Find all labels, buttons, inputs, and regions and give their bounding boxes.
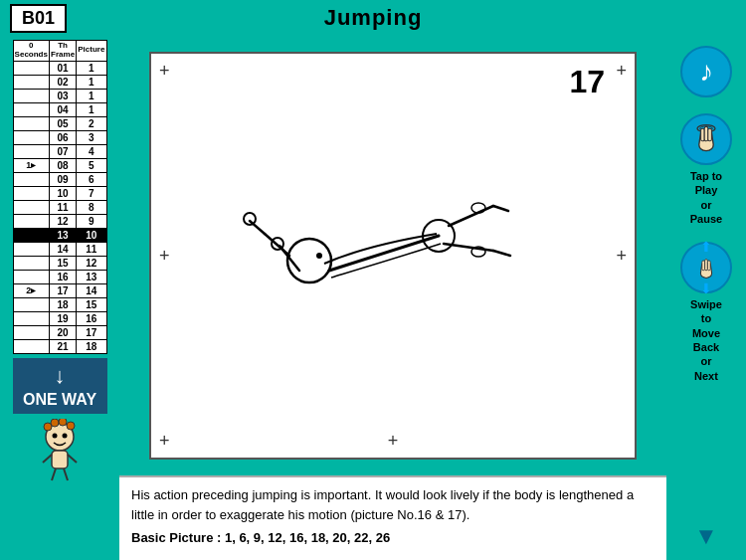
description-text: His action preceding jumping is importan… <box>131 485 654 524</box>
svg-point-2 <box>51 419 59 427</box>
table-row: 118 <box>13 200 106 214</box>
main-area: 0Seconds ThFrame Picture 011021031041052… <box>0 36 746 560</box>
tap-label-text: Tap to Play or Pause <box>690 170 722 225</box>
cell-frame: 13 <box>50 228 77 242</box>
svg-rect-7 <box>52 451 68 468</box>
code-box: B01 <box>10 4 67 33</box>
cell-frame: 04 <box>50 102 77 116</box>
cell-picture: 1 <box>77 89 106 102</box>
cell-frame: 10 <box>50 186 77 200</box>
header: B01 Jumping <box>0 0 746 36</box>
table-row: 1916 <box>13 311 106 325</box>
cell-seconds: 2▸ <box>13 283 50 297</box>
cell-frame: 17 <box>50 283 77 297</box>
table-row: 1310 <box>13 228 106 242</box>
cell-frame: 07 <box>50 144 77 158</box>
tap-play-button[interactable] <box>680 113 732 165</box>
center-panel: + + + + + + 17 <box>119 36 666 560</box>
svg-point-14 <box>244 213 256 225</box>
table-row: 2118 <box>13 339 106 353</box>
table-row: 011 <box>13 61 106 75</box>
down-arrow-icon: ↓ <box>55 363 66 389</box>
left-panel: 0Seconds ThFrame Picture 011021031041052… <box>0 36 119 560</box>
cell-seconds <box>13 270 50 283</box>
crosshair-bl: + <box>159 432 170 450</box>
cell-picture: 2 <box>77 116 106 130</box>
bottom-arrow-area: ▼ <box>694 522 718 550</box>
swipe-arrows-icon: ⬆ <box>700 240 712 254</box>
right-panel: ♪ Tap to Play or Pause <box>666 36 746 560</box>
description-panel: His action preceding jumping is importan… <box>119 475 666 560</box>
cell-frame: 21 <box>50 339 77 353</box>
cell-frame: 11 <box>50 200 77 214</box>
tap-play-group: Tap to Play or Pause <box>680 113 732 226</box>
cell-seconds <box>13 325 50 339</box>
col-seconds: 0Seconds <box>13 41 50 62</box>
timeline-table: 0Seconds ThFrame Picture 011021031041052… <box>13 40 107 354</box>
cell-frame: 06 <box>50 130 77 144</box>
table-row: 1411 <box>13 242 106 256</box>
cell-seconds: 1▸ <box>13 158 50 172</box>
table-row: 1▸085 <box>13 158 106 172</box>
cell-picture: 4 <box>77 144 106 158</box>
cell-seconds <box>13 242 50 256</box>
cell-frame: 18 <box>50 297 77 311</box>
cell-frame: 09 <box>50 172 77 186</box>
crosshair-mr: + <box>616 247 627 265</box>
table-row: 1613 <box>13 270 106 283</box>
table-row: 052 <box>13 116 106 130</box>
svg-point-3 <box>59 419 67 426</box>
table-row: 031 <box>13 89 106 102</box>
swipe-icon-container: ⬆ ⬇ <box>692 240 720 295</box>
cell-seconds <box>13 200 50 214</box>
table-row: 2▸1714 <box>13 283 106 297</box>
cell-seconds <box>13 130 50 144</box>
svg-line-8 <box>43 455 52 463</box>
svg-rect-26 <box>707 261 710 271</box>
svg-line-10 <box>52 468 56 480</box>
cell-seconds <box>13 172 50 186</box>
swipe-hand-icon <box>692 254 720 281</box>
cell-picture: 11 <box>77 242 106 256</box>
cell-picture: 15 <box>77 297 106 311</box>
code-label: B01 <box>22 8 55 28</box>
cell-picture: 18 <box>77 339 106 353</box>
crosshair-tr: + <box>616 62 627 80</box>
tap-play-label: Tap to Play or Pause <box>690 169 722 226</box>
svg-line-9 <box>68 455 77 463</box>
tap-hand-icon <box>688 121 724 157</box>
cell-frame: 05 <box>50 116 77 130</box>
svg-point-13 <box>316 253 322 259</box>
cell-picture: 1 <box>77 102 106 116</box>
cell-seconds <box>13 297 50 311</box>
table-row: 021 <box>13 75 106 89</box>
svg-point-12 <box>287 239 331 282</box>
cell-seconds <box>13 144 50 158</box>
cell-seconds <box>13 61 50 75</box>
cell-picture: 3 <box>77 130 106 144</box>
swipe-move-label: Swipe to Move Back or Next <box>690 297 722 383</box>
cell-seconds <box>13 214 50 228</box>
cell-picture: 1 <box>77 61 106 75</box>
cell-picture: 10 <box>77 228 106 242</box>
cell-frame: 02 <box>50 75 77 89</box>
svg-rect-24 <box>702 261 705 271</box>
page-title: Jumping <box>324 5 423 31</box>
table-row: 1815 <box>13 297 106 311</box>
cell-picture: 9 <box>77 214 106 228</box>
cell-frame: 01 <box>50 61 77 75</box>
cell-picture: 14 <box>77 283 106 297</box>
table-row: 1512 <box>13 256 106 270</box>
one-way-label: ONE WAY <box>23 391 96 409</box>
swipe-group: ⬆ ⬇ Swipe to Move Back or Next <box>680 242 732 383</box>
cell-frame: 20 <box>50 325 77 339</box>
jumping-figure-svg <box>210 156 528 355</box>
character-illustration <box>25 422 94 481</box>
crosshair-tl: + <box>159 62 170 80</box>
svg-rect-23 <box>708 128 712 141</box>
cell-picture: 7 <box>77 186 106 200</box>
music-button[interactable]: ♪ <box>680 46 732 97</box>
table-row: 2017 <box>13 325 106 339</box>
swipe-button[interactable]: ⬆ ⬇ <box>680 242 732 293</box>
cell-picture: 17 <box>77 325 106 339</box>
